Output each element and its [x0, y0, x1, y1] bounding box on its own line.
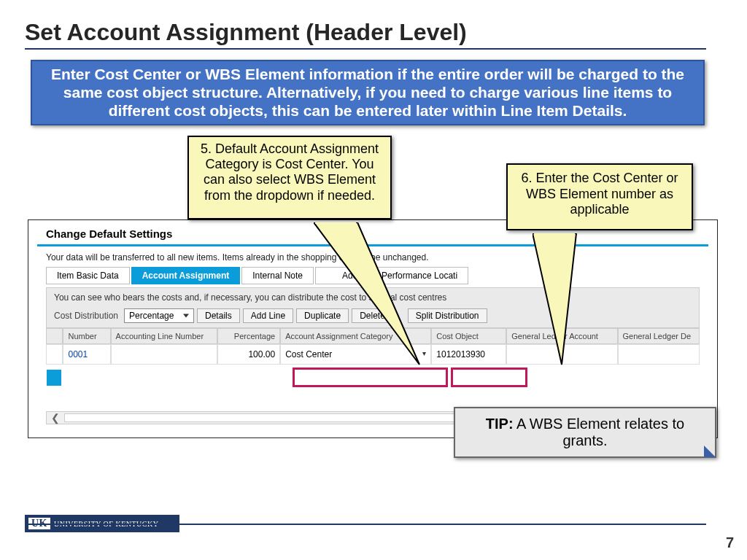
- cost-distribution-bar: You can see who bears the costs and, if …: [46, 287, 700, 328]
- duplicate-button[interactable]: Duplicate: [296, 308, 349, 323]
- footer-rule: [25, 524, 706, 525]
- col-gla: General Ledger Account: [506, 328, 617, 344]
- title-underline: [25, 48, 706, 50]
- row-selector-icon[interactable]: [47, 370, 61, 386]
- page-number: 7: [726, 534, 734, 551]
- tabstrip: Item Basic Data Account Assignment Inter…: [46, 267, 700, 284]
- col-percentage: Percentage: [217, 328, 280, 344]
- toolbar: Cost Distribution Percentage Details Add…: [47, 306, 699, 327]
- details-button[interactable]: Details: [197, 308, 240, 323]
- row-number[interactable]: 0001: [63, 344, 110, 365]
- settings-panel: Change Default Settings Your data will b…: [28, 219, 718, 438]
- instruction-banner: Enter Cost Center or WBS Element informa…: [31, 60, 705, 125]
- tab-internal-note[interactable]: Internal Note: [241, 267, 314, 284]
- cost-object-field[interactable]: 1012013930: [431, 344, 506, 365]
- page-fold-icon: [704, 446, 716, 457]
- col-number: Number: [63, 328, 110, 344]
- tip-text: A WBS Element relates to grants.: [514, 416, 685, 448]
- callout-step-5: 5. Default Account Assignment Category i…: [187, 136, 392, 219]
- panel-subtext: Your data will be transferred to all new…: [37, 246, 708, 267]
- col-glde: General Ledger De: [618, 328, 700, 344]
- cost-description: You can see who bears the costs and, if …: [47, 288, 699, 306]
- grid-header: Number Accounting Line Number Percentage…: [46, 328, 700, 344]
- col-accounting-line: Accounting Line Number: [111, 328, 218, 344]
- callout-step-6: 6. Enter the Cost Center or WBS Element …: [506, 163, 693, 230]
- tip-label: TIP:: [486, 416, 514, 432]
- tab-account-assignment[interactable]: Account Assignment: [131, 267, 241, 284]
- tip-box: TIP: A WBS Element relates to grants.: [454, 407, 716, 458]
- tab-address[interactable]: Address / Performance Locati: [315, 267, 468, 284]
- cost-grid: Number Accounting Line Number Percentage…: [46, 328, 700, 365]
- cost-distribution-label: Cost Distribution: [54, 311, 118, 321]
- add-line-button[interactable]: Add Line: [243, 308, 293, 323]
- aac-value: Cost Center: [285, 349, 332, 359]
- tab-item-basic-data[interactable]: Item Basic Data: [46, 267, 130, 284]
- aac-dropdown[interactable]: Cost Center ▾: [280, 344, 431, 365]
- col-cost-object: Cost Object: [431, 328, 506, 344]
- aac-highlight: [293, 368, 448, 387]
- percentage-dropdown[interactable]: Percentage: [124, 308, 194, 323]
- chevron-down-icon: ▾: [422, 349, 426, 359]
- row-percentage: 100.00: [217, 344, 280, 365]
- slide-title: Set Account Assignment (Header Level): [25, 19, 467, 46]
- col-aac: Account Assignment Category: [280, 328, 431, 344]
- scroll-left-icon[interactable]: ❮: [47, 412, 64, 424]
- delete-button[interactable]: Delete: [352, 308, 393, 323]
- split-distribution-button[interactable]: Split Distribution: [408, 308, 487, 323]
- table-row[interactable]: 0001 100.00 Cost Center ▾ 1012013930: [46, 344, 700, 365]
- cost-object-highlight: [451, 368, 527, 387]
